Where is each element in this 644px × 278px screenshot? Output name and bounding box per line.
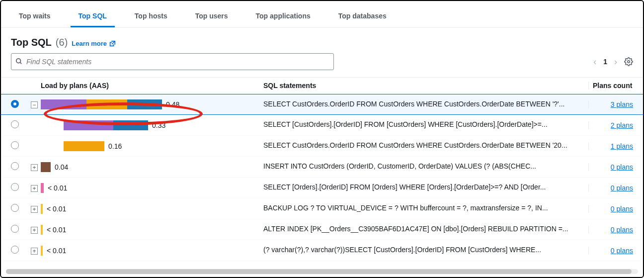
table-row[interactable]: 0.16SELECT CustOrders.OrderID FROM CustO… [1, 136, 643, 157]
load-bar [64, 120, 148, 130]
table-header: Load by plans (AAS) SQL statements Plans… [1, 77, 643, 94]
table-row[interactable]: +< 0.01SELECT [Orders].[OrderID] FROM [O… [1, 178, 643, 198]
load-bar-segment [41, 183, 44, 193]
expand-button[interactable]: + [31, 206, 38, 213]
load-bar-segment [113, 120, 148, 130]
tab-top-users[interactable]: Top users [187, 8, 236, 27]
load-bar-segment [41, 225, 43, 235]
toolbar: ‹ 1 › [1, 53, 643, 77]
load-bar [64, 141, 104, 151]
load-bar-segment [86, 99, 127, 109]
row-radio[interactable] [11, 183, 19, 191]
row-radio[interactable] [11, 100, 19, 108]
sql-statement-link[interactable]: SELECT CustOrders.OrderID FROM CustOrder… [263, 141, 567, 149]
load-value: < 0.01 [47, 205, 66, 213]
expand-button[interactable]: + [31, 227, 38, 234]
load-value: 0.33 [152, 121, 165, 129]
load-bar-segment [64, 141, 104, 151]
sql-statement-link[interactable]: SELECT CustOrders.OrderID FROM CustOrder… [263, 100, 564, 108]
load-value: 0.04 [55, 163, 68, 171]
load-value: < 0.01 [47, 226, 66, 234]
load-bar [41, 246, 43, 256]
sql-statement-link[interactable]: (? varchar(?),? varchar(?))SELECT [CustO… [263, 246, 541, 254]
section-header: Top SQL (6) Learn more [1, 28, 643, 53]
load-bar [41, 183, 44, 193]
expand-button[interactable]: + [31, 185, 38, 192]
plans-link[interactable]: 0 plans [611, 205, 633, 213]
pager-next[interactable]: › [614, 57, 617, 67]
plans-link[interactable]: 2 plans [611, 121, 633, 129]
search-icon [15, 58, 22, 66]
plans-link[interactable]: 1 plans [611, 142, 633, 150]
svg-point-0 [16, 58, 21, 63]
expand-button[interactable]: + [31, 164, 38, 171]
load-bar [41, 204, 43, 214]
search-input[interactable] [25, 57, 329, 66]
row-radio[interactable] [11, 246, 19, 254]
load-bar-segment [127, 99, 162, 109]
table-row[interactable]: +0.04INSERT INTO CustOrders (OrderID, Cu… [1, 157, 643, 178]
load-bar-segment [41, 162, 51, 172]
table-row[interactable]: +< 0.01BACKUP LOG ? TO VIRTUAL_DEVICE = … [1, 198, 643, 219]
plans-link[interactable]: 3 plans [611, 100, 633, 108]
row-radio[interactable] [11, 162, 19, 170]
row-radio[interactable] [11, 225, 19, 233]
learn-more-label: Learn more [72, 40, 107, 47]
plans-link[interactable]: 0 plans [611, 184, 633, 192]
plans-link[interactable]: 0 plans [611, 247, 633, 255]
page-count: (6) [56, 37, 68, 48]
svg-point-1 [628, 61, 630, 63]
tab-top-waits[interactable]: Top waits [11, 8, 59, 27]
table-row[interactable]: 0.33SELECT [CustOrders].[OrderID] FROM [… [1, 115, 643, 136]
sql-statement-link[interactable]: INSERT INTO CustOrders (OrderID, Custome… [263, 162, 536, 170]
scrollbar-thumb[interactable] [6, 269, 632, 274]
sql-statement-link[interactable]: ALTER INDEX [PK__Orders__C3905BAF6D1AC47… [263, 225, 568, 233]
external-link-icon [109, 40, 116, 47]
table-row[interactable]: +< 0.01ALTER INDEX [PK__Orders__C3905BAF… [1, 219, 643, 240]
load-bar-segment [41, 99, 86, 109]
plans-link[interactable]: 0 plans [611, 163, 633, 171]
expand-button[interactable]: + [31, 248, 38, 255]
load-value: 0.48 [166, 100, 179, 108]
expand-button[interactable]: − [31, 101, 38, 108]
row-radio[interactable] [11, 141, 19, 149]
page-container: Top waitsTop SQLTop hostsTop usersTop ap… [0, 0, 644, 278]
sql-statement-link[interactable]: SELECT [Orders].[OrderID] FROM [Orders] … [263, 183, 546, 191]
tabs-bar: Top waitsTop SQLTop hostsTop usersTop ap… [1, 1, 643, 28]
table-body: −0.48SELECT CustOrders.OrderID FROM Cust… [1, 94, 643, 261]
load-bar-segment [41, 204, 43, 214]
sql-statement-link[interactable]: SELECT [CustOrders].[OrderID] FROM [Cust… [263, 120, 548, 128]
load-value: 0.16 [108, 142, 122, 150]
table-row[interactable]: +< 0.01(? varchar(?),? varchar(?))SELECT… [1, 240, 643, 261]
col-header-sql[interactable]: SQL statements [259, 82, 588, 90]
gear-icon[interactable] [624, 57, 633, 66]
horizontal-scrollbar[interactable] [6, 269, 638, 274]
page-title: Top SQL [11, 37, 52, 48]
load-bar [41, 225, 43, 235]
tab-top-databases[interactable]: Top databases [330, 8, 395, 27]
load-bar-segment [64, 120, 113, 130]
load-value: < 0.01 [47, 247, 66, 255]
pager: ‹ 1 › [593, 57, 633, 67]
plans-link[interactable]: 0 plans [611, 226, 633, 234]
learn-more-link[interactable]: Learn more [72, 40, 116, 47]
tab-top-applications[interactable]: Top applications [248, 8, 319, 27]
load-bar-segment [41, 246, 43, 256]
pager-page: 1 [603, 58, 607, 66]
row-radio[interactable] [11, 204, 19, 212]
load-bar [41, 162, 51, 172]
pager-prev[interactable]: ‹ [593, 57, 596, 67]
row-radio[interactable] [11, 120, 19, 128]
table-row[interactable]: −0.48SELECT CustOrders.OrderID FROM Cust… [1, 94, 643, 115]
sql-statement-link[interactable]: BACKUP LOG ? TO VIRTUAL_DEVICE = ? WITH … [263, 204, 548, 212]
table: Load by plans (AAS) SQL statements Plans… [1, 77, 643, 261]
tab-top-hosts[interactable]: Top hosts [127, 8, 175, 27]
search-box[interactable] [11, 53, 334, 70]
col-header-load[interactable]: Load by plans (AAS) [41, 82, 259, 90]
tab-top-sql[interactable]: Top SQL [71, 8, 115, 27]
col-header-plans[interactable]: Plans count [588, 82, 633, 90]
load-bar [41, 99, 162, 109]
load-value: < 0.01 [48, 184, 67, 192]
